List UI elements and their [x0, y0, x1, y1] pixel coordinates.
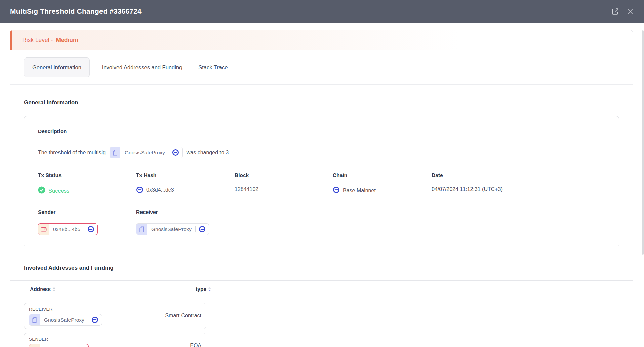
- tx-fields-row: Tx Status Success Tx Hash: [38, 172, 605, 195]
- field-receiver: Receiver GnosisSafeProxy: [136, 209, 235, 235]
- row-role-label: RECEIVER: [29, 307, 201, 312]
- parties-row: Sender 0x48b...4b5: [38, 209, 605, 235]
- contract-file-icon: [136, 224, 147, 235]
- tab-stack-trace[interactable]: Stack Trace: [190, 58, 236, 77]
- description-text: The threshold of the multisig GnosisSafe…: [38, 147, 605, 158]
- sort-icon[interactable]: [208, 287, 211, 292]
- wallet-icon: [29, 344, 40, 347]
- explorer-icon[interactable]: [88, 316, 102, 323]
- date-label: Date: [432, 172, 443, 181]
- receiver-label: Receiver: [136, 209, 158, 218]
- block-label: Block: [235, 172, 249, 181]
- tab-general-information[interactable]: General Information: [24, 57, 90, 77]
- tx-hash-value[interactable]: 0x3d4...dc3: [146, 187, 174, 194]
- explorer-icon[interactable]: [196, 226, 209, 233]
- field-date: Date 04/07/2024 11:12:31 (UTC+3): [432, 172, 605, 195]
- external-link-icon[interactable]: [611, 7, 619, 16]
- table-row-receiver[interactable]: RECEIVER GnosisSafeProxy: [24, 303, 206, 329]
- column-header-type[interactable]: type: [196, 286, 211, 292]
- risk-level-value: Medium: [56, 37, 78, 44]
- sender-address-chip[interactable]: 0x48b...4b5: [38, 223, 98, 235]
- row-type-value: Smart Contract: [165, 313, 201, 319]
- chain-label: Chain: [333, 172, 347, 181]
- risk-level-banner: Risk Level - Medium: [10, 30, 633, 50]
- page-title: MultiSig Threshold Changed #3366724: [10, 7, 142, 15]
- contract-file-icon: [29, 314, 40, 325]
- explorer-icon[interactable]: [136, 186, 143, 195]
- row-type-value: EOA: [190, 343, 201, 347]
- general-information-heading: General Information: [24, 99, 78, 106]
- explorer-icon[interactable]: [84, 226, 97, 233]
- involved-addresses-section: Address type RECEIVER: [10, 280, 633, 347]
- modal-header: MultiSig Threshold Changed #3366724: [0, 0, 644, 23]
- address-table: Address type RECEIVER: [10, 281, 219, 347]
- address-table-header: Address type: [30, 286, 211, 292]
- field-sender: Sender 0x48b...4b5: [38, 209, 136, 235]
- risk-accent-bar: [10, 30, 12, 50]
- row-role-label: SENDER: [29, 337, 201, 342]
- tx-hash-label: Tx Hash: [136, 172, 156, 181]
- tx-status-label: Tx Status: [38, 172, 62, 181]
- close-icon[interactable]: [626, 8, 634, 15]
- contract-address-chip[interactable]: GnosisSafeProxy: [110, 147, 183, 158]
- date-value: 04/07/2024 11:12:31 (UTC+3): [432, 186, 503, 192]
- success-check-icon: [38, 186, 45, 195]
- tab-involved-addresses[interactable]: Involved Addresses and Funding: [94, 58, 190, 77]
- wallet-icon: [38, 224, 49, 235]
- sender-address-chip[interactable]: 0x48b...4b5: [29, 344, 89, 347]
- explorer-icon[interactable]: [169, 149, 182, 156]
- scrollbar-thumb[interactable]: [642, 30, 644, 255]
- sort-icon[interactable]: [53, 287, 55, 292]
- column-header-address[interactable]: Address: [30, 286, 55, 292]
- description-label: Description: [38, 128, 67, 137]
- field-tx-hash: Tx Hash 0x3d4...dc3: [136, 172, 235, 195]
- tab-bar: General Information Involved Addresses a…: [10, 50, 633, 85]
- field-tx-status: Tx Status Success: [38, 172, 136, 195]
- risk-level-label: Risk Level -: [22, 37, 53, 44]
- involved-addresses-heading: Involved Addresses and Funding: [24, 265, 114, 271]
- general-information-card: Description The threshold of the multisi…: [24, 116, 619, 247]
- field-block: Block 12844102: [235, 172, 333, 195]
- receiver-address-chip[interactable]: GnosisSafeProxy: [136, 223, 209, 235]
- receiver-address-chip[interactable]: GnosisSafeProxy: [29, 314, 102, 326]
- alert-content-panel: Risk Level - Medium General Information …: [10, 30, 633, 347]
- tx-status-value: Success: [48, 188, 69, 194]
- alert-details-modal: MultiSig Threshold Changed #3366724 Risk: [0, 0, 644, 347]
- field-chain: Chain Base Mainnet: [333, 172, 432, 195]
- contract-file-icon: [110, 147, 120, 158]
- chain-icon: [333, 186, 340, 195]
- chain-value: Base Mainnet: [343, 188, 376, 194]
- table-row-sender[interactable]: SENDER 0x48b...4b5: [24, 333, 206, 347]
- block-value[interactable]: 12844102: [235, 186, 258, 193]
- sender-label: Sender: [38, 209, 56, 218]
